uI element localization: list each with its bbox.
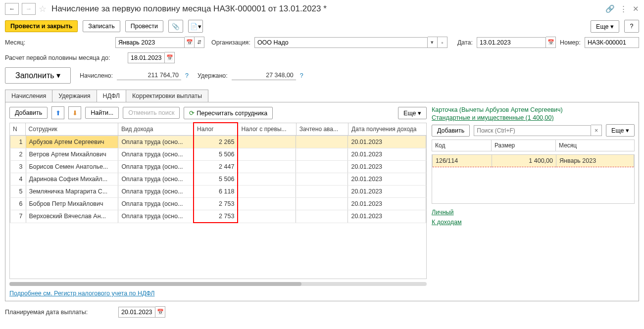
cell-advance [296,210,348,223]
date-input[interactable] [477,37,546,48]
cell-income-date: 20.01.2023 [348,186,426,198]
move-up-button[interactable]: ⬆ [51,106,64,119]
card-search-input[interactable] [474,125,591,136]
tab-ndfl[interactable]: НДФЛ [97,90,127,102]
cell-income-date: 20.01.2023 [348,210,426,223]
cell-income-type: Оплата труда (осно... [118,136,194,148]
cell-income-type: Оплата труда (осно... [118,161,194,173]
col-tax[interactable]: Налог [194,123,238,136]
cancel-find-button[interactable]: Отменить поиск [123,107,180,119]
deduction-month: Январь 2023 [556,155,634,167]
cell-tax-excess [238,186,296,198]
print-dropdown-button[interactable]: 📄▾ [188,20,203,33]
more-button[interactable]: Еще ▾ [591,20,619,33]
tab-accruals[interactable]: Начисления [5,90,52,102]
cell-advance [296,186,348,198]
planned-date-input[interactable] [118,307,155,318]
number-label: Номер: [560,39,581,46]
move-down-button[interactable]: ⬇ [68,106,81,119]
cell-advance [296,161,348,173]
card-col-month[interactable]: Месяц [556,140,635,151]
save-button[interactable]: Записать [83,20,120,32]
org-open-icon[interactable]: ▫ [438,37,447,48]
col-income-type[interactable]: Вид дохода [118,123,194,136]
cell-income-type: Оплата труда (осно... [118,210,194,223]
horizontal-scrollbar[interactable] [9,282,427,286]
recalc-employee-button[interactable]: ⟳Пересчитать сотрудника [184,107,273,119]
fill-button[interactable]: Заполнить ▾ [5,67,71,84]
org-label: Организация: [211,39,250,46]
more-menu-icon[interactable]: ⋮ [620,5,628,12]
table-more-button[interactable]: Еще ▾ [398,107,427,119]
favorite-star-icon[interactable]: ☆ [39,3,47,14]
nav-forward-button[interactable]: → [22,3,36,15]
deduction-size: 1 400,00 [492,155,556,167]
table-row[interactable]: 6Бобров Петр МихайловичОплата труда (осн… [10,198,426,210]
card-more-button[interactable]: Еще ▾ [606,124,635,137]
accrued-help-icon[interactable]: ? [185,72,189,79]
cell-tax-excess [238,136,296,148]
table-row[interactable]: 1Арбузов Артем СергеевичОплата труда (ос… [10,136,426,148]
month-stepper-icon[interactable]: ⇵ [195,37,204,48]
table-row[interactable]: 4Даринова София Михайл...Оплата труда (о… [10,173,426,186]
table-row[interactable]: 5Земляничка Маргарита С...Оплата труда (… [10,186,426,198]
col-n[interactable]: N [10,123,26,136]
month-label: Месяц: [5,39,111,46]
link-icon[interactable]: 🔗 [605,4,615,13]
card-add-button[interactable]: Добавить [432,125,470,137]
date-label: Дата: [457,39,473,46]
cell-employee: Даринова София Михайл... [26,173,118,186]
cell-tax: 5 506 [194,148,238,161]
col-advance[interactable]: Зачтено ава... [296,123,348,136]
refresh-icon: ⟳ [189,110,195,117]
find-button[interactable]: Найти... [85,107,119,119]
col-tax-excess[interactable]: Налог с превы... [238,123,296,136]
cell-income-date: 20.01.2023 [348,136,426,148]
post-button[interactable]: Провести [125,20,163,32]
card-search-clear-icon[interactable]: × [591,125,602,136]
cell-employee: Борисов Семен Анатолье... [26,161,118,173]
tab-withholdings[interactable]: Удержания [52,90,97,102]
cell-income-type: Оплата труда (осно... [118,198,194,210]
table-row[interactable]: 3Борисов Семен Анатолье...Оплата труда (… [10,161,426,173]
month-input[interactable] [115,37,185,48]
personal-link[interactable]: Личный [432,209,635,216]
deduction-row[interactable]: 126/114 1 400,00 Январь 2023 [433,155,634,167]
register-link[interactable]: Подробнее см. Регистр налогового учета п… [9,290,154,297]
card-col-code[interactable]: Код [432,140,492,151]
card-title: Карточка (Вычеты Арбузов Артем Сергеевич… [432,106,635,113]
number-input[interactable] [585,37,639,48]
card-col-size[interactable]: Размер [492,140,556,151]
tab-corrections[interactable]: Корректировки выплаты [126,90,208,102]
col-income-date[interactable]: Дата получения дохода [348,123,427,136]
table-row[interactable]: 2Ветров Артем МихайловичОплата труда (ос… [10,148,426,161]
planned-date-calendar-icon[interactable]: 📅 [155,306,165,318]
cell-tax-excess [238,173,296,186]
cell-employee: Бобров Петр Михайлович [26,198,118,210]
col-employee[interactable]: Сотрудник [25,123,118,136]
calc-until-calendar-icon[interactable]: 📅 [165,52,175,63]
org-dropdown-icon[interactable]: ▾ [428,37,438,48]
standard-deductions-link[interactable]: Стандартные и имущественные (1 400,00) [432,114,554,121]
add-row-button[interactable]: Добавить [9,107,48,119]
cell-employee: Арбузов Артем Сергеевич [26,136,118,148]
month-calendar-icon[interactable]: 📅 [185,37,195,48]
cell-tax: 6 118 [194,186,238,198]
table-row[interactable]: 7Верховский Вячеслав Ан...Оплата труда (… [10,210,426,223]
date-calendar-icon[interactable]: 📅 [546,37,556,48]
attach-button[interactable]: 📎 [168,20,183,33]
post-and-close-button[interactable]: Провести и закрыть [5,20,78,32]
cell-n: 6 [10,198,26,210]
cell-tax-excess [238,161,296,173]
nav-back-button[interactable]: ← [5,3,19,15]
close-icon[interactable]: ✕ [633,4,639,13]
to-income-link[interactable]: К доходам [432,219,635,226]
calc-until-label: Расчет первой половины месяца до: [5,54,124,61]
help-button[interactable]: ? [624,20,639,33]
org-input[interactable] [254,37,428,48]
cell-n: 7 [10,210,26,223]
withheld-help-icon[interactable]: ? [300,72,303,79]
calc-until-input[interactable] [128,52,165,63]
cell-tax: 5 506 [194,173,238,186]
cell-advance [296,136,348,148]
